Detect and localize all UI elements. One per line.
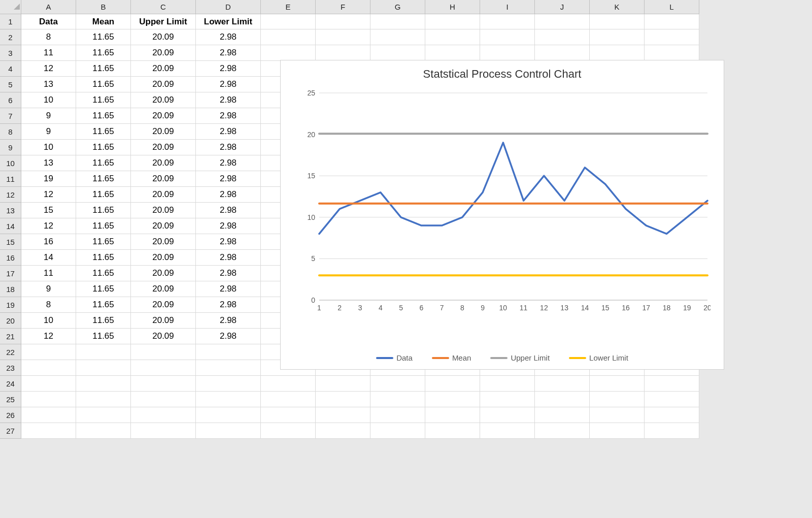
- cell[interactable]: [480, 45, 535, 61]
- cell[interactable]: [645, 45, 699, 61]
- cell[interactable]: 2.98: [196, 281, 261, 297]
- cell[interactable]: [535, 407, 590, 423]
- cell[interactable]: 20.09: [131, 155, 196, 171]
- cell[interactable]: [535, 14, 590, 29]
- cell[interactable]: Upper Limit: [131, 14, 196, 29]
- cell[interactable]: [76, 360, 131, 376]
- column-header[interactable]: L: [645, 0, 699, 14]
- cell[interactable]: 20.09: [131, 61, 196, 77]
- cell[interactable]: [535, 423, 590, 439]
- cell[interactable]: [196, 423, 261, 439]
- cell[interactable]: 2.98: [196, 140, 261, 155]
- cell[interactable]: 20.09: [131, 92, 196, 108]
- cell[interactable]: 20.09: [131, 250, 196, 266]
- row-header[interactable]: 23: [0, 360, 21, 376]
- legend-item[interactable]: Lower Limit: [569, 353, 628, 362]
- cell[interactable]: 9: [21, 281, 76, 297]
- cell[interactable]: [370, 376, 425, 392]
- cell[interactable]: [261, 392, 316, 407]
- cell[interactable]: [316, 392, 370, 407]
- column-header[interactable]: A: [21, 0, 76, 14]
- cell[interactable]: [261, 376, 316, 392]
- cell[interactable]: [316, 423, 370, 439]
- legend-item[interactable]: Data: [376, 353, 413, 362]
- cell[interactable]: 2.98: [196, 45, 261, 61]
- row-header[interactable]: 22: [0, 344, 21, 360]
- cell[interactable]: 20.09: [131, 297, 196, 313]
- cell[interactable]: [196, 344, 261, 360]
- cell[interactable]: 12: [21, 61, 76, 77]
- cell[interactable]: [196, 376, 261, 392]
- row-header[interactable]: 11: [0, 171, 21, 187]
- row-header[interactable]: 5: [0, 77, 21, 92]
- cell[interactable]: [645, 376, 699, 392]
- cell[interactable]: 2.98: [196, 313, 261, 329]
- cell[interactable]: 12: [21, 187, 76, 203]
- cell[interactable]: 2.98: [196, 329, 261, 344]
- cell[interactable]: [370, 14, 425, 29]
- row-header[interactable]: 6: [0, 92, 21, 108]
- cell[interactable]: 10: [21, 140, 76, 155]
- cell[interactable]: [535, 392, 590, 407]
- cell[interactable]: 2.98: [196, 77, 261, 92]
- cell[interactable]: 11.65: [76, 297, 131, 313]
- cell[interactable]: 2.98: [196, 61, 261, 77]
- cell[interactable]: 2.98: [196, 92, 261, 108]
- cell[interactable]: [21, 423, 76, 439]
- cell[interactable]: [316, 45, 370, 61]
- cell[interactable]: [196, 392, 261, 407]
- cell[interactable]: [590, 423, 645, 439]
- cell[interactable]: 9: [21, 124, 76, 140]
- cell[interactable]: [131, 407, 196, 423]
- cell[interactable]: [590, 392, 645, 407]
- cell[interactable]: Mean: [76, 14, 131, 29]
- cell[interactable]: 20.09: [131, 108, 196, 124]
- cell[interactable]: 20.09: [131, 140, 196, 155]
- cell[interactable]: 11.65: [76, 281, 131, 297]
- cell[interactable]: [425, 45, 480, 61]
- cell[interactable]: [535, 376, 590, 392]
- row-header[interactable]: 4: [0, 61, 21, 77]
- column-header[interactable]: B: [76, 0, 131, 14]
- cell[interactable]: 11: [21, 45, 76, 61]
- cell[interactable]: [480, 14, 535, 29]
- row-header[interactable]: 9: [0, 140, 21, 155]
- cell[interactable]: 11.65: [76, 61, 131, 77]
- cell[interactable]: [425, 407, 480, 423]
- cell[interactable]: [425, 14, 480, 29]
- cell[interactable]: [480, 376, 535, 392]
- cell[interactable]: 20.09: [131, 266, 196, 281]
- cell[interactable]: [131, 360, 196, 376]
- cell[interactable]: [261, 45, 316, 61]
- cell[interactable]: 11.65: [76, 108, 131, 124]
- cell[interactable]: 11.65: [76, 45, 131, 61]
- cell[interactable]: 20.09: [131, 329, 196, 344]
- row-header[interactable]: 7: [0, 108, 21, 124]
- cell[interactable]: [425, 376, 480, 392]
- cell[interactable]: [21, 376, 76, 392]
- row-header[interactable]: 13: [0, 203, 21, 218]
- row-header[interactable]: 2: [0, 29, 21, 45]
- cell[interactable]: [645, 407, 699, 423]
- cell[interactable]: [131, 423, 196, 439]
- row-header[interactable]: 8: [0, 124, 21, 140]
- column-header[interactable]: D: [196, 0, 261, 14]
- cell[interactable]: Data: [21, 14, 76, 29]
- cell[interactable]: 13: [21, 77, 76, 92]
- cell[interactable]: 8: [21, 29, 76, 45]
- cell[interactable]: [316, 29, 370, 45]
- cell[interactable]: 20.09: [131, 234, 196, 250]
- cell[interactable]: 20.09: [131, 171, 196, 187]
- cell[interactable]: 20.09: [131, 77, 196, 92]
- row-header[interactable]: 12: [0, 187, 21, 203]
- cell[interactable]: [370, 407, 425, 423]
- row-header[interactable]: 18: [0, 281, 21, 297]
- cell[interactable]: 11.65: [76, 92, 131, 108]
- cell[interactable]: 20.09: [131, 124, 196, 140]
- cell[interactable]: 2.98: [196, 124, 261, 140]
- cell[interactable]: 9: [21, 108, 76, 124]
- cell[interactable]: 20.09: [131, 313, 196, 329]
- row-header[interactable]: 20: [0, 313, 21, 329]
- column-header[interactable]: E: [261, 0, 316, 14]
- cell[interactable]: 12: [21, 329, 76, 344]
